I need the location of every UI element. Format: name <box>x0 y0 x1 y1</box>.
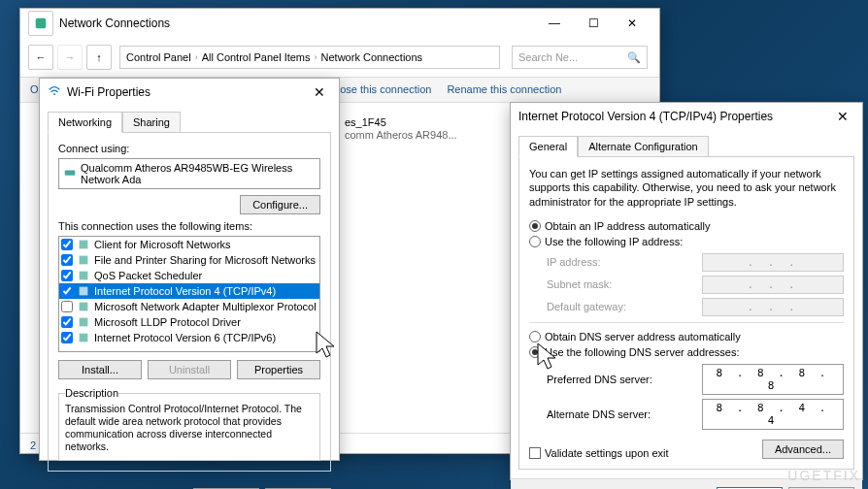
radio-icon <box>529 236 541 247</box>
ip-address-label: IP address: <box>547 256 692 268</box>
network-item[interactable]: Internet Protocol Version 4 (TCP/IPv4) <box>59 283 319 299</box>
close-button[interactable]: ✕ <box>613 10 651 37</box>
breadcrumb-item[interactable]: All Control Panel Items <box>202 51 311 63</box>
description-label: Description <box>65 387 118 399</box>
rename-connection[interactable]: Rename this connection <box>447 83 561 96</box>
items-label: This connection uses the following items… <box>58 220 320 232</box>
obtain-dns-auto-radio[interactable]: Obtain DNS server address automatically <box>529 329 844 344</box>
svg-rect-0 <box>36 18 47 29</box>
ipv4-tabpanel: You can get IP settings assigned automat… <box>518 156 854 470</box>
tab-sharing[interactable]: Sharing <box>122 112 181 133</box>
network-item[interactable]: Internet Protocol Version 6 (TCP/IPv6) <box>59 330 319 345</box>
breadcrumb[interactable]: Control Panel › All Control Panel Items … <box>119 46 500 69</box>
search-icon: 🔍 <box>627 51 641 64</box>
configure-button[interactable]: Configure... <box>240 195 320 214</box>
nc-titlebar: Network Connections — ☐ ✕ <box>20 9 659 38</box>
tab-general[interactable]: General <box>518 136 578 157</box>
wifi-tabpanel: Connect using: Qualcomm Atheros AR9485WB… <box>48 132 331 472</box>
adapter-name: Qualcomm Atheros AR9485WB-EG Wireless Ne… <box>81 162 316 185</box>
adapter-icon <box>63 166 77 181</box>
nc-logo-icon <box>28 11 53 36</box>
item-device: comm Atheros AR948... <box>345 129 457 142</box>
item-label: Client for Microsoft Networks <box>94 239 231 250</box>
network-item[interactable]: QoS Packet Scheduler <box>59 268 319 283</box>
alt-dns-field[interactable]: 8 . 8 . 4 . 4 <box>702 399 844 430</box>
item-label: Internet Protocol Version 6 (TCP/IPv6) <box>94 332 276 343</box>
ipv4-title: Internet Protocol Version 4 (TCP/IPv4) P… <box>518 110 831 123</box>
svg-rect-1 <box>65 170 76 175</box>
network-item[interactable]: Client for Microsoft Networks <box>59 237 319 252</box>
back-button[interactable]: ← <box>28 45 53 70</box>
svg-rect-5 <box>80 287 88 296</box>
item-label: Microsoft Network Adapter Multiplexor Pr… <box>94 301 317 312</box>
proto-icon <box>77 331 90 344</box>
item-label: QoS Packet Scheduler <box>94 270 202 281</box>
svg-rect-8 <box>80 334 88 342</box>
svg-rect-6 <box>80 303 88 311</box>
item-checkbox[interactable] <box>61 316 73 328</box>
svg-rect-7 <box>80 318 88 327</box>
obtain-ip-auto-radio[interactable]: Obtain an IP address automatically <box>529 218 844 234</box>
tab-networking[interactable]: Networking <box>48 112 122 133</box>
tab-alternate[interactable]: Alternate Configuration <box>578 136 709 157</box>
qos-icon <box>77 269 90 282</box>
pref-dns-field[interactable]: 8 . 8 . 8 . 8 <box>702 364 844 395</box>
adapter-field[interactable]: Qualcomm Atheros AR9485WB-EG Wireless Ne… <box>58 158 320 189</box>
watermark: UGETFIX <box>787 468 860 483</box>
pref-dns-label: Preferred DNS server: <box>547 374 692 385</box>
install-button[interactable]: Install... <box>58 360 142 379</box>
gateway-label: Default gateway: <box>547 301 692 312</box>
ipv4-info: You can get IP settings assigned automat… <box>529 167 844 209</box>
minimize-button[interactable]: — <box>535 10 574 37</box>
item-name: es_1F45 <box>345 116 457 129</box>
nc-addressbar-row: ← → ↑ Control Panel › All Control Panel … <box>20 38 659 78</box>
validate-checkbox[interactable]: Validate settings upon exit <box>529 447 669 459</box>
search-input[interactable]: Search Ne... 🔍 <box>512 46 648 69</box>
item-label: Internet Protocol Version 4 (TCP/IPv4) <box>94 285 276 297</box>
item-checkbox[interactable] <box>61 239 73 250</box>
wifi-tabs: Networking Sharing <box>40 106 339 133</box>
use-ip-radio[interactable]: Use the following IP address: <box>529 234 844 249</box>
proto-icon <box>77 300 90 313</box>
maximize-button[interactable]: ☐ <box>574 10 613 37</box>
network-item[interactable]: File and Printer Sharing for Microsoft N… <box>59 252 319 268</box>
wifi-titlebar: Wi-Fi Properties ✕ <box>40 79 339 106</box>
item-checkbox[interactable] <box>61 301 73 312</box>
ipv4-properties-dialog: Internet Protocol Version 4 (TCP/IPv4) P… <box>510 102 863 480</box>
radio-icon <box>529 346 541 358</box>
network-item[interactable]: Microsoft Network Adapter Multiplexor Pr… <box>59 299 319 314</box>
item-checkbox[interactable] <box>61 270 73 281</box>
item-checkbox[interactable] <box>61 285 73 297</box>
advanced-button[interactable]: Advanced... <box>762 440 844 459</box>
radio-icon <box>529 331 541 342</box>
client-icon <box>77 238 90 251</box>
breadcrumb-item[interactable]: Control Panel <box>126 51 191 63</box>
svg-rect-4 <box>80 272 88 280</box>
wifi-dialog-buttons: OK Cancel <box>40 480 339 490</box>
item-label: File and Printer Sharing for Microsoft N… <box>94 254 316 266</box>
forward-button[interactable]: → <box>57 45 83 70</box>
nc-title: Network Connections <box>59 16 535 30</box>
network-items-list[interactable]: Client for Microsoft NetworksFile and Pr… <box>58 236 320 352</box>
close-button[interactable]: ✕ <box>308 84 331 100</box>
use-dns-radio[interactable]: Use the following DNS server addresses: <box>529 344 844 360</box>
radio-icon <box>529 220 541 232</box>
close-button[interactable]: ✕ <box>831 109 854 124</box>
proto-icon <box>77 284 90 298</box>
breadcrumb-item[interactable]: Network Connections <box>321 51 423 63</box>
chevron-right-icon: › <box>315 52 317 62</box>
subnet-field: . . . <box>702 276 844 294</box>
description-group: Description Transmission Control Protoco… <box>58 387 320 461</box>
network-item[interactable]: Microsoft LLDP Protocol Driver <box>59 314 319 330</box>
gateway-field: . . . <box>702 298 844 316</box>
wifi-title: Wi-Fi Properties <box>67 85 308 99</box>
item-checkbox[interactable] <box>61 254 73 266</box>
wifi-properties-dialog: Wi-Fi Properties ✕ Networking Sharing Co… <box>39 78 340 461</box>
item-label: Microsoft LLDP Protocol Driver <box>94 316 241 328</box>
share-icon <box>77 253 90 267</box>
item-checkbox[interactable] <box>61 332 73 343</box>
uninstall-button[interactable]: Uninstall <box>148 360 231 379</box>
up-button[interactable]: ↑ <box>86 45 112 70</box>
properties-button[interactable]: Properties <box>237 360 320 379</box>
svg-rect-3 <box>80 256 88 265</box>
